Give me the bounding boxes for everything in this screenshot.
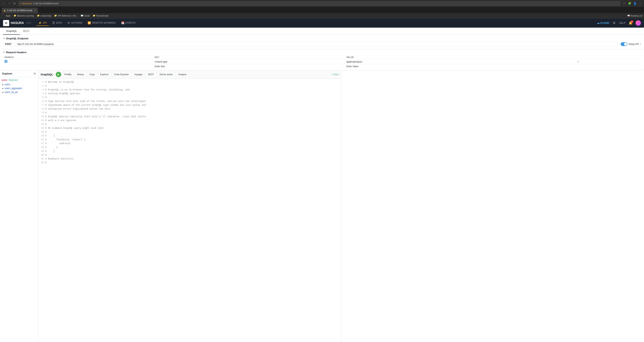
nav-data[interactable]: 🗄 DATA bbox=[50, 20, 64, 26]
menu-button[interactable]: ⋮ bbox=[638, 1, 642, 6]
header-enable-checkbox[interactable] bbox=[4, 60, 7, 63]
star-button[interactable]: ☆ bbox=[622, 1, 626, 6]
address-bar[interactable]: ⚠ Not Secure 3.136.161.40:8080/console bbox=[18, 1, 620, 6]
explorer-close-button[interactable]: ✕ bbox=[33, 72, 36, 75]
code-line: 5 # bbox=[38, 96, 341, 100]
settings-button[interactable]: ⚙ bbox=[612, 20, 617, 26]
explorer-button[interactable]: Explorer bbox=[98, 72, 111, 77]
line-number: 9 bbox=[38, 111, 45, 115]
headers-table: ENABLE KEY VALUE content-type applicatio… bbox=[3, 55, 641, 69]
line-content: # GraphQL queries typically start with a… bbox=[45, 115, 146, 119]
bookmark-moby-icon: 📁 bbox=[37, 14, 40, 17]
derive-action-button[interactable]: Derive action bbox=[157, 72, 175, 77]
bookmark-ml[interactable]: 📁 Machine Learning bbox=[13, 14, 34, 17]
line-content: # bbox=[45, 84, 46, 88]
line-number: 21 bbox=[38, 157, 45, 161]
voyager-button[interactable]: Voyager bbox=[132, 72, 145, 77]
code-line: 14 # bbox=[38, 130, 341, 134]
bookmark-rocketgraph-icon: 📁 bbox=[93, 14, 96, 17]
code-line: 18 # } bbox=[38, 146, 341, 149]
tree-item-users-aggregate[interactable]: ▶ users_aggregate bbox=[2, 86, 36, 90]
tree-label-users: users bbox=[4, 83, 10, 86]
hasura-logo[interactable]: H HASURA v2.0.7 bbox=[3, 20, 32, 26]
user-avatar[interactable] bbox=[636, 20, 641, 26]
endpoint-url-input[interactable] bbox=[15, 42, 618, 47]
settings-icon: ⚙ bbox=[613, 21, 616, 25]
line-number: 20 bbox=[38, 153, 45, 157]
line-content: # bbox=[45, 123, 46, 126]
forward-button[interactable]: → bbox=[7, 1, 12, 6]
docs-button[interactable]: < Docs bbox=[332, 73, 339, 76]
col-enable: ENABLE bbox=[3, 55, 153, 59]
line-number: 7 bbox=[38, 103, 45, 107]
tab-graphiql[interactable]: GraphiQL bbox=[3, 28, 20, 35]
relay-api-label: Relay API bbox=[629, 43, 639, 46]
bookmark-api-icon: 📁 bbox=[54, 14, 57, 17]
code-line: 22 # bbox=[38, 161, 341, 165]
reload-button[interactable]: ↻ bbox=[12, 1, 17, 6]
tab-close-button[interactable]: ✕ bbox=[34, 10, 36, 12]
bookmark-gmail[interactable]: ✉️ Gmail bbox=[80, 14, 90, 17]
tree-item-users-by-pk[interactable]: ▶ users_by_pk bbox=[2, 90, 36, 94]
analyze-button[interactable]: Analyze bbox=[176, 72, 188, 77]
nav-remote-schemas[interactable]: 🔀 REMOTE SCHEMAS bbox=[85, 20, 118, 26]
line-number: 17 bbox=[38, 142, 45, 146]
browser-nav-buttons: ← → ↻ bbox=[2, 1, 17, 6]
graphiql-container: Explorer ✕ query MyQuery ▶ users ▶ users… bbox=[0, 70, 644, 342]
line-number: 1 bbox=[38, 80, 45, 84]
back-button[interactable]: ← bbox=[2, 1, 6, 6]
reading-list-button[interactable]: 📖 Reading List bbox=[627, 14, 642, 17]
endpoint-section-header[interactable]: ▼ GraphQL Endpoint bbox=[3, 37, 641, 40]
cloud-button[interactable]: ☁ CLOUD bbox=[597, 22, 609, 24]
extensions-button[interactable]: 🧩 bbox=[627, 1, 632, 6]
explorer-content: query MyQuery ▶ users ▶ users_aggregate … bbox=[0, 77, 38, 342]
code-line: 12 # bbox=[38, 123, 341, 126]
notification-button[interactable]: 🔔 1 bbox=[628, 20, 633, 26]
editor-area: GraphiQL ▶ Prettify History Copy Explore… bbox=[38, 70, 341, 342]
bookmark-rocketgraph[interactable]: 📁 RocketGraph bbox=[92, 14, 110, 17]
code-line: 2 # bbox=[38, 84, 341, 88]
explorer-panel: Explorer ✕ query MyQuery ▶ users ▶ users… bbox=[0, 70, 38, 342]
relay-api-toggle[interactable] bbox=[620, 42, 628, 46]
code-exporter-button[interactable]: Code Exporter bbox=[112, 72, 131, 77]
hasura-version: v2.0.7 bbox=[26, 22, 31, 24]
headers-section-header[interactable]: ▼ Request Headers bbox=[3, 51, 641, 54]
browser-actions: ☆ 🧩 👤 ⋮ bbox=[622, 1, 642, 6]
header-value-placeholder[interactable]: Enter Value bbox=[345, 64, 576, 69]
tree-arrow-users-pk: ▶ bbox=[2, 91, 4, 93]
bookmark-gmail-icon: ✉️ bbox=[81, 14, 84, 17]
line-number: 12 bbox=[38, 123, 45, 126]
tab-favicon: 🔒 bbox=[4, 10, 6, 12]
code-editor[interactable]: 1 # Welcome to GraphiQL 2 # 3 # GraphiQL… bbox=[38, 79, 341, 342]
tab-rest[interactable]: REST bbox=[20, 28, 33, 35]
bookmark-api[interactable]: 📁 API Reference | Re... bbox=[54, 14, 78, 17]
headers-section: ▼ Request Headers ENABLE KEY VALUE conte… bbox=[0, 49, 644, 70]
headers-section-title: Request Headers bbox=[6, 51, 26, 54]
copy-button[interactable]: Copy bbox=[87, 72, 97, 77]
remote-schemas-icon: 🔀 bbox=[88, 21, 91, 24]
header-row-1: content-type application/json ✕ bbox=[3, 59, 641, 64]
header-delete-button[interactable]: ✕ bbox=[577, 60, 580, 63]
help-label[interactable]: HELP bbox=[619, 22, 626, 24]
nav-actions[interactable]: ⚙ ACTIONS bbox=[65, 20, 84, 26]
code-line: 9 # bbox=[38, 111, 341, 115]
line-number: 15 bbox=[38, 134, 45, 138]
nav-api[interactable]: ⚡ API bbox=[36, 20, 49, 26]
bookmark-apps[interactable]: 📱 Apps bbox=[2, 14, 11, 17]
bookmark-moby[interactable]: 📁 moby/moby bbox=[36, 14, 52, 17]
info-icon: ℹ bbox=[640, 43, 641, 46]
graphiql-toolbar: GraphiQL ▶ Prettify History Copy Explore… bbox=[38, 70, 341, 79]
header-key-cell: content-type bbox=[153, 59, 345, 64]
bookmark-rocketgraph-label: RocketGraph bbox=[96, 15, 109, 17]
active-tab[interactable]: 🔒 3.136.161.40:8080/console ✕ bbox=[2, 8, 38, 13]
profile-button[interactable]: 👤 bbox=[632, 1, 637, 6]
run-button[interactable]: ▶ bbox=[56, 72, 61, 77]
nav-events[interactable]: 📅 EVENTS bbox=[119, 20, 138, 26]
header-key-placeholder[interactable]: Enter Key bbox=[153, 64, 345, 69]
prettify-button[interactable]: Prettify bbox=[62, 72, 74, 77]
line-content: # } bbox=[45, 149, 55, 153]
history-button[interactable]: History bbox=[75, 72, 86, 77]
rest-button[interactable]: REST bbox=[146, 72, 156, 77]
tree-item-users[interactable]: ▶ users bbox=[2, 83, 36, 86]
notification-badge: 1 bbox=[630, 20, 633, 23]
